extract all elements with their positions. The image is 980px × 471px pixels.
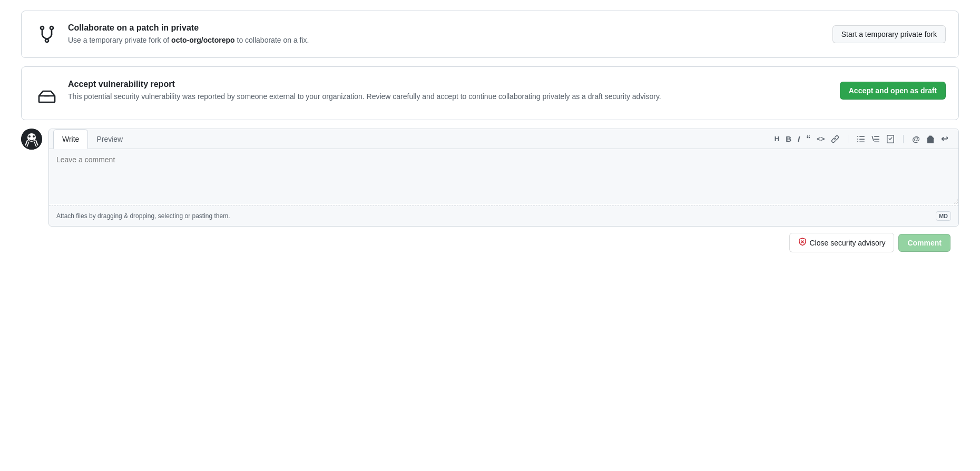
comment-button[interactable]: Comment [898, 234, 950, 252]
tab-write[interactable]: Write [53, 129, 88, 149]
collaborate-repo-name: octo-org/octorepo [171, 36, 235, 44]
svg-point-10 [33, 135, 35, 138]
link-icon[interactable] [831, 135, 839, 143]
fork-icon [34, 22, 60, 47]
reference-icon[interactable] [926, 135, 935, 143]
collaborate-card-action: Start a temporary private fork [832, 25, 946, 43]
comment-actions: Close security advisory Comment [21, 227, 959, 259]
collaborate-card: Collaborate on a patch in private Use a … [21, 11, 959, 58]
heading-icon[interactable]: H [775, 135, 779, 142]
comment-tabs: Write Preview H B I “ <> [49, 129, 958, 149]
comment-box: Write Preview H B I “ <> [48, 129, 959, 227]
toolbar-divider-1 [848, 135, 848, 143]
inbox-icon [34, 82, 60, 107]
unordered-list-icon[interactable] [857, 135, 865, 143]
accept-card-title: Accept vulnerability report [68, 80, 831, 89]
mention-icon[interactable]: @ [912, 135, 920, 143]
accept-vulnerability-card: Accept vulnerability report This potenti… [21, 66, 959, 120]
toolbar-divider-2 [903, 135, 904, 143]
close-advisory-label: Close security advisory [810, 239, 886, 247]
comment-section: Write Preview H B I “ <> [21, 129, 959, 227]
collaborate-desc-after: to collaborate on a fix. [235, 36, 309, 44]
accept-card-content: Accept vulnerability report This potenti… [68, 80, 831, 102]
markdown-badge: MD [936, 211, 951, 221]
collaborate-desc-before: Use a temporary private fork of [68, 36, 171, 44]
ordered-list-icon[interactable] [871, 135, 880, 143]
tab-preview[interactable]: Preview [88, 130, 131, 149]
collaborate-card-title: Collaborate on a patch in private [68, 23, 824, 33]
shield-x-icon [798, 238, 807, 248]
attach-files-text: Attach files by dragging & dropping, sel… [56, 212, 230, 220]
undo-icon[interactable]: ↩ [941, 135, 948, 143]
toolbar-icons: H B I “ <> [768, 131, 954, 148]
accept-card-description: This potential security vulnerability wa… [68, 91, 831, 102]
collaborate-card-description: Use a temporary private fork of octo-org… [68, 35, 824, 46]
italic-icon[interactable]: I [798, 135, 800, 143]
code-icon[interactable]: <> [817, 135, 825, 142]
avatar [21, 129, 42, 150]
quote-icon[interactable]: “ [806, 135, 810, 143]
accept-and-open-draft-button[interactable]: Accept and open as draft [840, 82, 946, 100]
accept-card-action: Accept and open as draft [840, 82, 946, 100]
bold-icon[interactable]: B [786, 135, 791, 143]
comment-textarea[interactable] [49, 149, 958, 204]
svg-rect-5 [39, 96, 55, 102]
svg-point-9 [28, 135, 31, 138]
page-container: Collaborate on a patch in private Use a … [21, 11, 959, 259]
start-private-fork-button[interactable]: Start a temporary private fork [832, 25, 946, 43]
task-list-icon[interactable] [886, 135, 895, 143]
collaborate-card-content: Collaborate on a patch in private Use a … [68, 23, 824, 46]
comment-footer: Attach files by dragging & dropping, sel… [49, 205, 958, 226]
close-security-advisory-button[interactable]: Close security advisory [789, 233, 895, 252]
